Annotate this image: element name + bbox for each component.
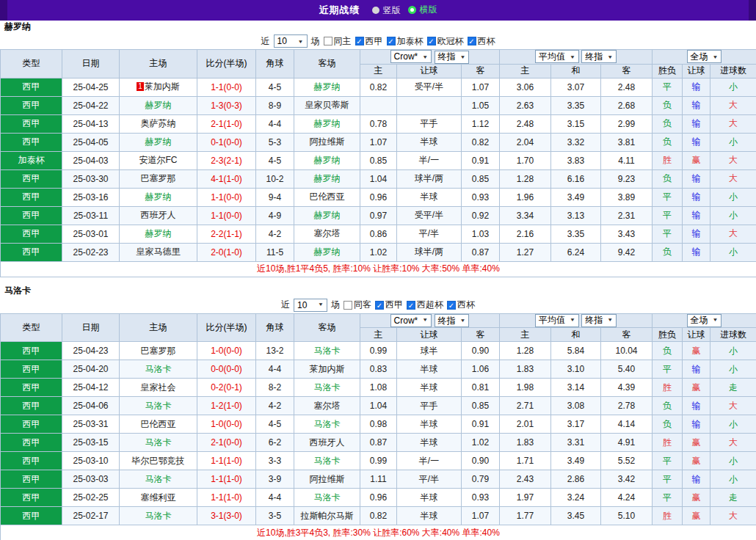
score-link[interactable]: 1-1(1-0) <box>197 489 256 507</box>
competition-filter[interactable]: ✓西甲 <box>355 35 383 48</box>
home-team-link[interactable]: 赫罗纳 <box>120 225 197 243</box>
same-venue-filter[interactable]: 同主 <box>324 35 352 48</box>
score-link[interactable]: 0-0(0-0) <box>197 360 256 379</box>
competition-filter[interactable]: ✓西超杯 <box>407 299 443 311</box>
home-team-link[interactable]: 皇家马德里 <box>120 243 197 261</box>
avg-draw: 3.14 <box>551 379 601 397</box>
home-team-link[interactable]: 马洛卡 <box>120 360 197 379</box>
avg-source-select[interactable]: 平均值▼ <box>535 314 579 327</box>
score-link[interactable]: 1-1(0-0) <box>197 78 256 96</box>
home-team-link[interactable]: 西班牙人 <box>120 206 197 225</box>
checked-checkbox-icon[interactable]: ✓ <box>447 301 456 310</box>
competition-filter[interactable]: ✓西杯 <box>447 299 475 311</box>
match-count-select[interactable]: 10▼ <box>274 34 308 48</box>
score-link[interactable]: 1-1(0-0) <box>197 206 256 225</box>
away-team-link[interactable]: 皇家贝蒂斯 <box>294 96 360 114</box>
result-handicap: 输 <box>683 470 710 489</box>
home-team-link[interactable]: 赫罗纳 <box>120 133 197 151</box>
home-team-link[interactable]: 安道尔FC <box>120 151 197 169</box>
home-team-link[interactable]: 奥萨苏纳 <box>120 114 197 133</box>
competition-filter[interactable]: ✓加泰杯 <box>387 35 424 48</box>
home-team-link[interactable]: 巴塞罗那 <box>120 342 197 360</box>
score-link[interactable]: 2-0(1-0) <box>197 243 256 261</box>
score-link[interactable]: 2-3(2-1) <box>197 151 256 169</box>
avg-source-select[interactable]: 平均值▼ <box>535 50 579 63</box>
competition-filter[interactable]: ✓西杯 <box>468 35 495 48</box>
competition-filter[interactable]: ✓欧冠杯 <box>427 35 464 48</box>
match-count-select[interactable]: 10▼ <box>294 299 327 312</box>
checked-checkbox-icon[interactable]: ✓ <box>407 301 415 310</box>
home-team-link[interactable]: 毕尔巴鄂竞技 <box>120 452 197 470</box>
competition-filter[interactable]: ✓西甲 <box>375 299 403 311</box>
score-link[interactable]: 1-1(1-0) <box>197 470 256 489</box>
score-link[interactable]: 4-1(1-0) <box>197 169 256 188</box>
score-link[interactable]: 2-1(0-0) <box>197 434 256 452</box>
odds-away: 0.92 <box>462 206 500 225</box>
checked-checkbox-icon[interactable]: ✓ <box>375 301 384 310</box>
odds-kind-select[interactable]: 终指▼ <box>435 51 470 64</box>
home-team-link[interactable]: 赫罗纳 <box>120 188 197 206</box>
away-team-link[interactable]: 马洛卡 <box>294 489 360 507</box>
home-team-link[interactable]: 1莱加内斯 <box>120 78 197 96</box>
same-venue-filter[interactable]: 同客 <box>344 299 371 311</box>
away-team-link[interactable]: 塞尔塔 <box>294 225 360 243</box>
unchecked-checkbox-icon[interactable] <box>324 37 332 45</box>
odds-source-select[interactable]: Crow*▼ <box>390 314 432 327</box>
checked-checkbox-icon[interactable]: ✓ <box>468 37 476 45</box>
score-link[interactable]: 1-3(0-3) <box>197 96 256 114</box>
match-row: 西甲25-03-03马洛卡1-1(1-0)3-9阿拉维斯1.11平/半0.792… <box>1 470 756 489</box>
scope-select[interactable]: 全场▼ <box>687 314 722 327</box>
away-team-link[interactable]: 西班牙人 <box>294 434 360 452</box>
score-link[interactable]: 1-1(0-0) <box>197 188 256 206</box>
away-team-link[interactable]: 赫罗纳 <box>294 169 360 188</box>
home-team-link[interactable]: 巴塞罗那 <box>120 169 197 188</box>
score-link[interactable]: 1-2(1-0) <box>197 397 256 415</box>
unchecked-checkbox-icon[interactable] <box>344 301 352 310</box>
checked-checkbox-icon[interactable]: ✓ <box>355 37 364 45</box>
checked-checkbox-icon[interactable]: ✓ <box>427 37 436 45</box>
home-team-link[interactable]: 赫罗纳 <box>120 96 197 114</box>
away-team-link[interactable]: 莱加内斯 <box>294 360 360 379</box>
away-team-link[interactable]: 马洛卡 <box>294 452 360 470</box>
home-team-link[interactable]: 塞维利亚 <box>120 489 197 507</box>
home-team-link[interactable]: 马洛卡 <box>120 507 197 525</box>
score-link[interactable]: 1-0(0-0) <box>197 415 256 434</box>
home-team-link[interactable]: 马洛卡 <box>120 470 197 489</box>
result-handicap: 输 <box>683 78 710 96</box>
score-link[interactable]: 3-1(3-0) <box>197 507 256 525</box>
avg-kind-select[interactable]: 终指▼ <box>581 314 617 327</box>
result-goals: 大 <box>710 151 756 169</box>
home-team-link[interactable]: 巴伦西亚 <box>120 415 197 434</box>
scope-select[interactable]: 全场▼ <box>687 50 722 63</box>
score-link[interactable]: 0-1(0-0) <box>197 133 256 151</box>
away-team-link[interactable]: 塞尔塔 <box>294 397 360 415</box>
away-team-link[interactable]: 拉斯帕尔马斯 <box>294 507 360 525</box>
subcol-avg-draw: 和 <box>551 64 601 78</box>
score-link[interactable]: 1-0(0-0) <box>197 342 256 360</box>
odds-kind-select[interactable]: 终指▼ <box>435 314 470 327</box>
away-team-link[interactable]: 赫罗纳 <box>294 243 360 261</box>
home-team-link[interactable]: 马洛卡 <box>120 397 197 415</box>
home-team-link[interactable]: 马洛卡 <box>120 434 197 452</box>
away-team-link[interactable]: 马洛卡 <box>294 342 360 360</box>
score-link[interactable]: 1-1(1-0) <box>197 452 256 470</box>
view-mode-vertical-radio[interactable]: 竖版 <box>372 4 401 17</box>
away-team-link[interactable]: 赫罗纳 <box>294 78 360 96</box>
score-link[interactable]: 0-2(0-1) <box>197 379 256 397</box>
away-team-link[interactable]: 巴伦西亚 <box>294 188 360 206</box>
checked-checkbox-icon[interactable]: ✓ <box>387 37 396 45</box>
view-mode-horizontal-radio[interactable]: 横版 <box>408 4 437 16</box>
match-row: 加泰杯25-04-03安道尔FC2-3(2-1)4-5赫罗纳0.85半/一0.9… <box>1 151 756 169</box>
score-link[interactable]: 2-1(1-0) <box>197 114 256 133</box>
score-link[interactable]: 2-2(1-1) <box>197 225 256 243</box>
away-team-link[interactable]: 阿拉维斯 <box>294 470 360 489</box>
away-team-link[interactable]: 马洛卡 <box>294 415 360 434</box>
away-team-link[interactable]: 马洛卡 <box>294 379 360 397</box>
avg-kind-select[interactable]: 终指▼ <box>581 50 617 63</box>
away-team-link[interactable]: 赫罗纳 <box>294 151 360 169</box>
odds-source-select[interactable]: Crow*▼ <box>390 50 432 63</box>
home-team-link[interactable]: 皇家社会 <box>120 379 197 397</box>
away-team-link[interactable]: 阿拉维斯 <box>294 133 360 151</box>
away-team-link[interactable]: 赫罗纳 <box>294 206 360 225</box>
away-team-link[interactable]: 赫罗纳 <box>294 114 360 133</box>
